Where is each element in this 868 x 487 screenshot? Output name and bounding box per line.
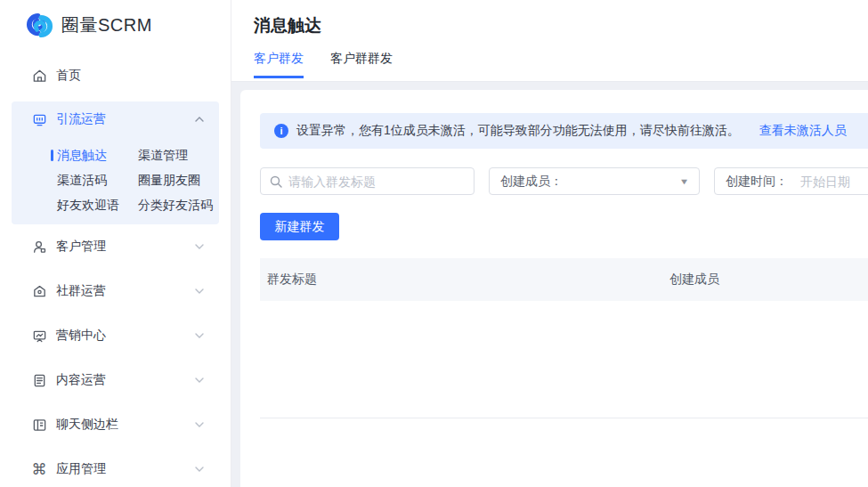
create-time-range-picker[interactable]: 创建时间： bbox=[714, 167, 868, 195]
alert-text: 设置异常，您有1位成员未激活，可能导致部分功能无法使用，请尽快前往激活。 bbox=[296, 123, 740, 139]
app-logo: 圈量SCRM bbox=[0, 0, 231, 39]
sidebar-item-app-mgmt[interactable]: ⌘ 应用管理 bbox=[0, 447, 231, 487]
submenu-item-channel-mgmt[interactable]: 渠道管理 bbox=[138, 142, 219, 167]
chevron-down-icon[interactable] bbox=[195, 288, 204, 294]
submenu-item-channel-qr[interactable]: 渠道活码 bbox=[57, 167, 138, 192]
sidebar-layout-icon bbox=[31, 417, 47, 433]
chevron-down-icon[interactable] bbox=[195, 467, 204, 472]
billboard-icon bbox=[31, 111, 47, 127]
creator-select-label: 创建成员： bbox=[500, 174, 563, 190]
home-icon bbox=[31, 68, 47, 84]
sidebar-item-customer-mgmt[interactable]: 客户管理 bbox=[0, 224, 231, 269]
sidebar-item-marketing-center[interactable]: 营销中心 bbox=[0, 313, 231, 358]
chevron-up-icon[interactable] bbox=[195, 117, 204, 122]
content-card: i 设置异常，您有1位成员未激活，可能导致部分功能无法使用，请尽快前往激活。 查… bbox=[240, 90, 868, 487]
app-window: 圈量SCRM 首页 bbox=[0, 0, 868, 487]
tab-bar: 客户群发 客户群群发 bbox=[254, 51, 868, 78]
column-header-creator: 创建成员 bbox=[669, 272, 868, 288]
chevron-down-icon[interactable] bbox=[195, 244, 204, 249]
search-input[interactable] bbox=[288, 175, 465, 189]
presentation-chart-icon bbox=[31, 328, 47, 344]
sidebar-item-label: 聊天侧边栏 bbox=[56, 417, 195, 433]
submenu-item-message-reach[interactable]: 消息触达 bbox=[57, 142, 138, 167]
submenu-item-friend-welcome[interactable]: 好友欢迎语 bbox=[57, 192, 138, 217]
sidebar-item-label: 营销中心 bbox=[56, 328, 195, 344]
tab-customer-mass-send[interactable]: 客户群发 bbox=[254, 51, 304, 78]
brand-icon bbox=[26, 12, 53, 39]
sidebar-item-content-ops[interactable]: 内容运营 bbox=[0, 358, 231, 402]
sidebar: 圈量SCRM 首页 bbox=[0, 0, 231, 487]
main-area: 消息触达 客户群发 客户群群发 i 设置异常，您有1位成员未激活，可能导致部分功… bbox=[231, 0, 868, 487]
page-header: 消息触达 客户群发 客户群群发 bbox=[231, 0, 868, 82]
column-header-title: 群发标题 bbox=[260, 272, 669, 288]
sidebar-item-traffic-ops[interactable]: 引流运营 bbox=[12, 101, 219, 137]
info-icon: i bbox=[274, 124, 288, 138]
search-icon bbox=[270, 175, 282, 188]
sidebar-item-label: 客户管理 bbox=[56, 239, 195, 255]
command-icon: ⌘ bbox=[31, 461, 47, 477]
sidebar-item-community-ops[interactable]: 社群运营 bbox=[0, 269, 231, 313]
start-date-input[interactable] bbox=[800, 175, 868, 189]
chevron-down-icon[interactable] bbox=[195, 422, 204, 427]
date-picker-label: 创建时间： bbox=[726, 174, 788, 190]
table-header-row: 群发标题 创建成员 bbox=[260, 258, 868, 301]
community-home-icon bbox=[31, 283, 47, 299]
search-box[interactable] bbox=[260, 167, 475, 195]
submenu-item-category-qr[interactable]: 分类好友活码 bbox=[138, 192, 219, 217]
alert-banner: i 设置异常，您有1位成员未激活，可能导致部分功能无法使用，请尽快前往激活。 查… bbox=[260, 113, 868, 149]
sidebar-item-label: 内容运营 bbox=[56, 372, 195, 388]
submenu-item-moments[interactable]: 圈量朋友圈 bbox=[138, 167, 219, 192]
chevron-down-icon[interactable] bbox=[195, 333, 204, 338]
create-mass-send-button[interactable]: 新建群发 bbox=[260, 213, 339, 240]
table-empty-body bbox=[260, 301, 868, 418]
sidebar-group-traffic: 引流运营 消息触达 渠道管理 渠道活码 圈量朋友圈 好友欢迎语 分类好友活码 bbox=[12, 101, 219, 224]
sidebar-item-chat-sidebar[interactable]: 聊天侧边栏 bbox=[0, 402, 231, 447]
sidebar-item-label: 首页 bbox=[56, 68, 204, 84]
chevron-down-icon[interactable] bbox=[195, 377, 204, 383]
sidebar-nav: 首页 引流运营 消息 bbox=[0, 53, 231, 487]
view-inactive-members-link[interactable]: 查看未激活人员 bbox=[759, 123, 847, 139]
sidebar-item-label: 社群运营 bbox=[56, 283, 195, 299]
person-icon bbox=[31, 239, 47, 255]
document-icon bbox=[31, 372, 47, 388]
sidebar-submenu: 消息触达 渠道管理 渠道活码 圈量朋友圈 好友欢迎语 分类好友活码 bbox=[57, 142, 219, 217]
sidebar-item-label: 应用管理 bbox=[56, 461, 195, 477]
sidebar-item-home[interactable]: 首页 bbox=[0, 53, 231, 98]
tab-customer-group-mass-send[interactable]: 客户群群发 bbox=[330, 51, 393, 78]
app-title: 圈量SCRM bbox=[61, 13, 152, 37]
caret-down-icon: ▼ bbox=[679, 177, 690, 186]
content-area: i 设置异常，您有1位成员未激活，可能导致部分功能无法使用，请尽快前往激活。 查… bbox=[231, 82, 868, 487]
creator-select[interactable]: 创建成员： ▼ bbox=[489, 167, 700, 195]
page-title: 消息触达 bbox=[254, 14, 868, 37]
sidebar-item-label: 引流运营 bbox=[56, 111, 195, 127]
filter-bar: 创建成员： ▼ 创建时间： bbox=[260, 167, 868, 195]
